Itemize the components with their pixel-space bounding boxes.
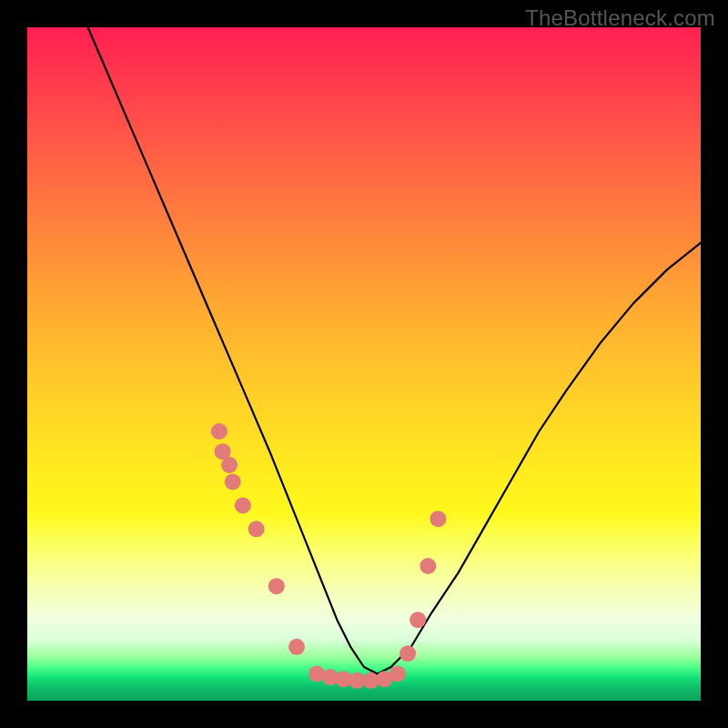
data-point: [420, 558, 436, 574]
data-point: [211, 423, 228, 440]
data-point: [248, 521, 265, 537]
plot-area: [27, 27, 701, 701]
bottleneck-curve: [88, 27, 701, 673]
outer-frame: TheBottleneck.com: [0, 0, 728, 728]
data-point: [399, 645, 416, 662]
data-point: [389, 665, 406, 682]
gpu-data-points: [211, 423, 447, 689]
data-point: [288, 639, 305, 655]
data-point: [430, 511, 446, 527]
data-point: [410, 612, 426, 628]
data-point: [268, 578, 285, 594]
watermark-text: TheBottleneck.com: [525, 5, 715, 31]
chart-svg: [27, 27, 701, 701]
data-point: [225, 474, 241, 490]
data-point: [235, 497, 251, 513]
data-point: [221, 457, 238, 473]
